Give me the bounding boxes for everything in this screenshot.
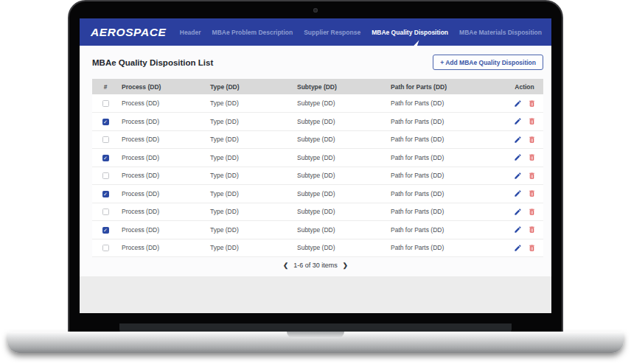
delete-icon[interactable] [528,244,536,252]
cell-path: Path for Parts (DD) [388,221,506,239]
nav-item-4[interactable]: MBAe Materials Disposition [459,29,542,36]
nav-item-3[interactable]: MBAe Quality Disposition [372,29,448,36]
laptop-lid-notch [287,332,344,338]
nav-item-0[interactable]: Header [180,29,201,36]
cell-subtype: Subtype (DD) [294,203,388,221]
webcam-dot [313,8,318,13]
delete-icon[interactable] [528,189,536,197]
row-actions [506,99,543,108]
edit-icon[interactable] [514,225,522,234]
row-checkbox[interactable] [102,172,109,179]
row-checkbox[interactable] [102,100,109,107]
cell-process: Process (DD) [119,221,207,239]
page-title: MBAe Quality Disposition List [92,58,213,67]
cell-process: Process (DD) [119,94,207,113]
title-bar: MBAe Quality Disposition List + Add MBAe… [80,46,551,79]
row-actions [506,225,543,234]
cell-process: Process (DD) [119,130,207,149]
row-actions [506,136,543,144]
delete-icon[interactable] [528,136,536,144]
delete-icon[interactable] [528,117,536,125]
top-navigation: HeaderMBAe Problem DescriptionSupplier R… [180,29,551,36]
brand-logo: AEROSPACE [80,26,166,39]
edit-icon[interactable] [514,117,522,125]
delete-icon[interactable] [528,153,536,161]
cell-subtype: Subtype (DD) [294,94,388,113]
cell-type: Type (DD) [207,94,294,113]
edit-icon[interactable] [514,153,522,161]
edit-icon[interactable] [514,136,522,144]
app-header: AEROSPACE HeaderMBAe Problem Description… [80,18,551,46]
cell-subtype: Subtype (DD) [294,149,388,167]
cell-subtype: Subtype (DD) [294,221,388,239]
edit-icon[interactable] [514,99,522,108]
add-quality-disposition-button[interactable]: + Add MBAe Quality Disposition [433,55,543,70]
cell-subtype: Subtype (DD) [294,239,388,257]
row-actions [506,172,543,180]
pagination-prev-icon[interactable]: ❮ [283,262,288,269]
cell-subtype: Subtype (DD) [294,167,388,185]
edit-icon[interactable] [514,208,522,216]
nav-item-1[interactable]: MBAe Problem Description [212,29,293,36]
edit-icon[interactable] [514,244,522,252]
row-checkbox[interactable] [102,155,109,161]
cell-subtype: Subtype (DD) [294,113,388,131]
row-actions [506,208,543,216]
column-header-subtype: Subtype (DD) [294,79,388,94]
table-row: Process (DD) Type (DD) Subtype (DD) Path… [92,94,543,113]
cell-process: Process (DD) [119,149,207,167]
cursor-pointer-icon [410,40,419,49]
cell-path: Path for Parts (DD) [388,203,506,221]
row-checkbox[interactable] [102,119,109,125]
delete-icon[interactable] [528,172,536,180]
cell-path: Path for Parts (DD) [388,130,506,149]
cell-type: Type (DD) [207,130,294,149]
cell-subtype: Subtype (DD) [294,130,388,149]
row-actions [506,117,543,125]
laptop-screen: AEROSPACE HeaderMBAe Problem Description… [80,18,551,313]
main-content: MBAe Quality Disposition List + Add MBAe… [80,46,551,276]
table-header: # Process (DD) Type (DD) Subtype (DD) Pa… [92,79,543,94]
table-row: Process (DD) Type (DD) Subtype (DD) Path… [92,239,543,257]
column-header-process: Process (DD) [119,79,207,94]
cell-process: Process (DD) [119,239,207,257]
pagination: ❮ 1-6 of 30 items ❯ [80,262,551,269]
table-row: Process (DD) Type (DD) Subtype (DD) Path… [92,221,543,239]
column-header-action: Action [506,79,543,94]
table-row: Process (DD) Type (DD) Subtype (DD) Path… [92,149,543,167]
row-checkbox[interactable] [102,227,109,234]
cell-subtype: Subtype (DD) [294,185,388,203]
laptop-mockup-scene: AEROSPACE HeaderMBAe Problem Description… [0,0,631,364]
delete-icon[interactable] [528,99,536,108]
column-header-type: Type (DD) [207,79,294,94]
table-row: Process (DD) Type (DD) Subtype (DD) Path… [92,130,543,149]
quality-disposition-table: # Process (DD) Type (DD) Subtype (DD) Pa… [92,79,543,257]
delete-icon[interactable] [528,208,536,216]
cell-path: Path for Parts (DD) [388,239,506,257]
row-checkbox[interactable] [102,209,109,215]
cell-path: Path for Parts (DD) [388,113,506,131]
cell-type: Type (DD) [207,221,294,239]
cell-path: Path for Parts (DD) [388,149,506,167]
cell-process: Process (DD) [119,167,207,185]
cell-process: Process (DD) [119,203,207,221]
cell-type: Type (DD) [207,113,294,131]
cell-type: Type (DD) [207,203,294,221]
pagination-next-icon[interactable]: ❯ [343,262,348,269]
cell-process: Process (DD) [119,185,207,203]
column-header-path: Path for Parts (DD) [388,79,506,94]
cell-path: Path for Parts (DD) [388,94,506,113]
cell-type: Type (DD) [207,239,294,257]
cell-type: Type (DD) [207,185,294,203]
edit-icon[interactable] [514,172,522,180]
table-row: Process (DD) Type (DD) Subtype (DD) Path… [92,113,543,131]
column-header-index: # [92,79,119,94]
edit-icon[interactable] [514,189,522,197]
row-checkbox[interactable] [102,245,109,251]
row-checkbox[interactable] [102,191,109,197]
row-checkbox[interactable] [102,136,109,143]
cell-path: Path for Parts (DD) [388,167,506,185]
row-actions [506,189,543,197]
delete-icon[interactable] [528,225,536,234]
nav-item-2[interactable]: Supplier Response [304,29,360,36]
